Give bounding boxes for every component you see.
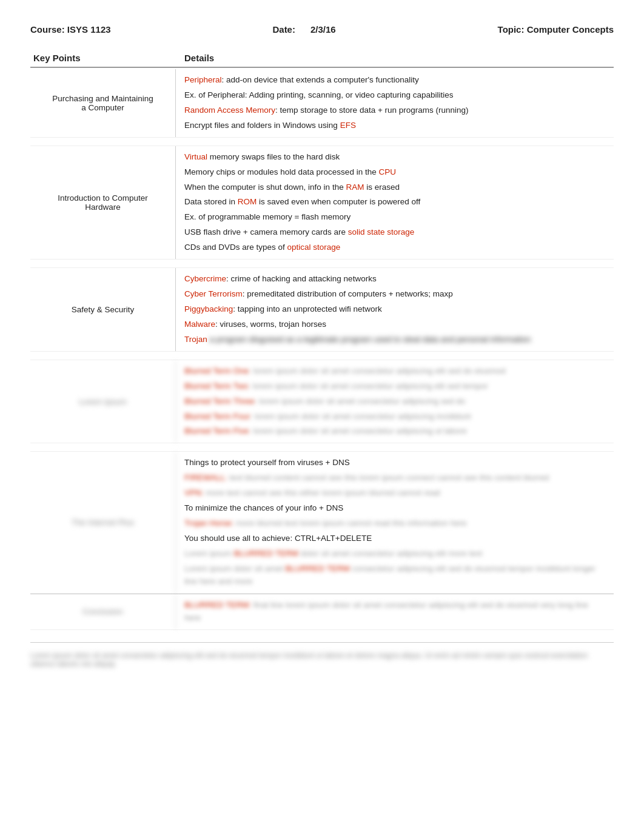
detail-line: Ex. of programmable memory = flash memor… (184, 210, 605, 225)
highlight-optical: optical storage (287, 243, 341, 252)
detail-line: You should use all to achieve: CTRL+ALT+… (184, 531, 605, 546)
highlight-rom: ROM (238, 197, 257, 206)
detail-line-blurred: Blurred Term Five: lorem ipsum dolor sit… (184, 424, 605, 439)
details-safety: Cybercrime: crime of hacking and attacki… (176, 268, 614, 351)
course-label: Course: (30, 24, 65, 35)
detail-line: Data stored in ROM is saved even when co… (184, 195, 605, 210)
key-blurred-1: Lorem Ipsum (30, 360, 176, 443)
key-blurred-3: Conclusion (30, 594, 176, 629)
detail-line: Random Access Memory: temp storage to st… (184, 103, 605, 118)
spacer-2 (30, 260, 614, 268)
highlight-piggybacking: Piggybacking (184, 304, 233, 314)
section-row-5: The Internet Plus Things to protect your… (30, 452, 614, 593)
details-blurred-3: BLURRED TERM: final line lorem ipsum dol… (176, 594, 614, 629)
highlight-trojan: Trojan (184, 335, 207, 344)
details-purchasing: Peripheral: add-on device that extends a… (176, 69, 614, 137)
detail-line: Memory chips or modules hold data proces… (184, 165, 605, 180)
key-hardware: Introduction to ComputerHardware (30, 146, 176, 259)
highlight-cybercrime: Cybercrime (184, 274, 226, 283)
detail-line: Piggybacking: tapping into an unprotecte… (184, 302, 605, 317)
highlight-ssd: solid state storage (348, 227, 415, 236)
page-footer: Lorem ipsum dolor sit amet consectetur a… (30, 642, 614, 668)
highlight-virtual: Virtual (184, 152, 207, 161)
highlight-cyberterrorism: Cyber Terrorism (184, 289, 243, 298)
detail-line: When the computer is shut down, info in … (184, 180, 605, 195)
footer-text: Lorem ipsum dolor sit amet consectetur a… (30, 651, 614, 668)
detail-line: Trojan Horse: more blurred text lorem ip… (184, 516, 605, 531)
detail-line: Malware: viruses, worms, trojan horses (184, 317, 605, 332)
detail-line: Virtual memory swaps files to the hard d… (184, 150, 605, 165)
detail-line: Encrypt files and folders in Windows usi… (184, 118, 605, 133)
section-row-2: Introduction to ComputerHardware Virtual… (30, 146, 614, 260)
detail-line: Things to protect yourself from viruses … (184, 455, 605, 471)
topic-label: Topic: (498, 24, 525, 35)
detail-line: Lorem ipsum dolor sit amet BLURRED TERM … (184, 562, 605, 589)
highlight-peripheral: Peripheral (184, 75, 222, 84)
key-points-header: Key Points (30, 52, 176, 64)
spacer-1 (30, 138, 614, 146)
course-info: Course: ISYS 1123 (30, 24, 111, 35)
detail-line: Ex. of Peripheral: Adding printing, scan… (184, 88, 605, 103)
details-blurred-2: Things to protect yourself from viruses … (176, 452, 614, 592)
key-safety: Safety & Security (30, 268, 176, 351)
detail-line: Cyber Terrorism: premeditated distributi… (184, 287, 605, 302)
date-label: Date: (272, 24, 295, 35)
detail-line-blurred: Blurred Term Four: lorem ipsum dolor sit… (184, 409, 605, 424)
topic-value: Computer Concepts (527, 24, 614, 35)
detail-line: BLURRED TERM: final line lorem ipsum dol… (184, 598, 605, 626)
detail-line: To minimize the chances of your info + D… (184, 501, 605, 516)
detail-line-blurred: Blurred Term Two: lorem ipsum dolor sit … (184, 379, 605, 394)
section-row-1: Purchasing and Maintaininga Computer Per… (30, 69, 614, 138)
details-header: Details (176, 52, 614, 64)
key-blurred-2: The Internet Plus (30, 452, 176, 592)
date-value: 2/3/16 (310, 24, 336, 35)
column-headers: Key Points Details (30, 52, 614, 68)
highlight-malware: Malware (184, 320, 215, 329)
section-row-6: Conclusion BLURRED TERM: final line lore… (30, 594, 614, 630)
highlight-ram: Random Access Memory (184, 106, 275, 115)
detail-line: Cybercrime: crime of hacking and attacki… (184, 272, 605, 287)
highlight-efs: EFS (340, 121, 356, 130)
spacer-3 (30, 352, 614, 360)
section-row-4: Lorem Ipsum Blurred Term One: lorem ipsu… (30, 360, 614, 444)
notes-container: Key Points Details Purchasing and Mainta… (30, 52, 614, 630)
detail-line-blurred: Blurred Term One: lorem ipsum dolor sit … (184, 364, 605, 379)
spacer-4 (30, 443, 614, 452)
key-purchasing: Purchasing and Maintaininga Computer (30, 69, 176, 137)
date-info: Date: 2/3/16 (272, 24, 335, 35)
topic-info: Topic: Computer Concepts (498, 24, 614, 35)
highlight-cpu: CPU (378, 167, 396, 176)
detail-line-blurred: Blurred Term Three: lorem ipsum dolor si… (184, 394, 605, 409)
details-hardware: Virtual memory swaps files to the hard d… (176, 146, 614, 259)
details-blurred-1: Blurred Term One: lorem ipsum dolor sit … (176, 360, 614, 443)
detail-line: FIREWALL: text blurred content cannot se… (184, 471, 605, 486)
detail-line: VPN: more text cannot see this either lo… (184, 486, 605, 501)
highlight-ram2: RAM (346, 183, 364, 192)
course-value: ISYS 1123 (67, 24, 111, 35)
detail-line: Peripheral: add-on device that extends a… (184, 73, 605, 88)
section-row-3: Safety & Security Cybercrime: crime of h… (30, 268, 614, 352)
detail-line: CDs and DVDs are types of optical storag… (184, 240, 605, 255)
page-header: Course: ISYS 1123 Date: 2/3/16 Topic: Co… (30, 24, 614, 35)
detail-line: USB flash drive + camera memory cards ar… (184, 225, 605, 240)
detail-line: Lorem ipsum BLURRED TERM dolor sit amet … (184, 546, 605, 562)
detail-line: Trojan a program disguised as a legitima… (184, 332, 605, 347)
